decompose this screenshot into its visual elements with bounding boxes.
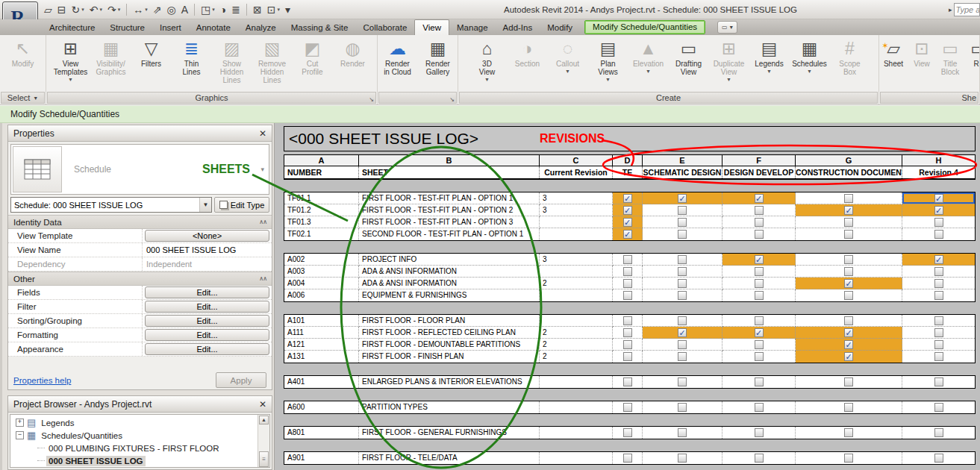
revision-checkbox[interactable] <box>934 316 943 325</box>
render-in-cloud-button[interactable]: ☁Render in Cloud <box>378 37 418 76</box>
cell-number[interactable]: A006 <box>284 289 359 301</box>
cell-revision-f[interactable]: ✓ <box>722 254 796 266</box>
revision-checkbox[interactable] <box>844 218 853 227</box>
cell-revision-h[interactable] <box>902 315 975 327</box>
revision-checkbox[interactable] <box>755 377 764 386</box>
tab-manage[interactable]: Manage <box>449 20 496 35</box>
revision-checkbox[interactable] <box>934 218 943 227</box>
cell-revision-e[interactable] <box>643 278 722 289</box>
revision-checkbox[interactable] <box>623 403 632 412</box>
revision-checkbox[interactable] <box>623 279 632 288</box>
revision-checkbox[interactable] <box>755 267 764 276</box>
cell-revision-d[interactable] <box>613 266 643 278</box>
save-button[interactable]: ⊟ <box>55 2 69 17</box>
revision-checkbox[interactable] <box>623 352 632 361</box>
cell-current-revision[interactable]: 2 <box>540 339 613 351</box>
revision-checkbox[interactable]: ✓ <box>934 194 943 203</box>
revision-checkbox[interactable] <box>678 230 687 239</box>
cell-revision-f[interactable] <box>722 216 796 228</box>
search-input[interactable]: Type a <box>954 3 980 16</box>
customize-qat-button[interactable]: ▾ <box>283 2 293 17</box>
cell-revision-h[interactable]: ✓ <box>902 204 975 216</box>
apply-button[interactable]: Apply <box>216 372 266 388</box>
chevron-down-icon[interactable]: ▼ <box>33 95 38 101</box>
cell-revision-e[interactable] <box>643 339 722 351</box>
revision-checkbox[interactable] <box>623 428 632 437</box>
cell-number[interactable]: A600 <box>284 401 359 413</box>
cell-revision-d[interactable] <box>613 327 643 339</box>
collapse-chevrons-icon[interactable]: ∧∧ <box>259 275 266 282</box>
chevron-down-icon[interactable]: ▾ <box>118 7 121 13</box>
cell-sheet-name[interactable]: FIRST FLOOR - GENERAL FURNISHINGS <box>359 427 540 439</box>
revision-checkbox[interactable] <box>755 403 764 412</box>
cell-current-revision[interactable]: 3 <box>540 254 613 266</box>
cell-sheet-name[interactable]: FIRST FLOOR - FINISH PLAN <box>359 351 540 363</box>
cell-current-revision[interactable] <box>540 427 613 439</box>
cell-number[interactable]: A003 <box>284 266 359 278</box>
cell-current-revision[interactable] <box>540 315 613 327</box>
cell-sheet-name[interactable]: ENLARGED PLANS & INTERIOR ELEVATIONS <box>359 376 540 388</box>
revision-checkbox[interactable] <box>934 454 943 463</box>
revision-checkbox[interactable]: ✓ <box>844 206 853 215</box>
schedule-title[interactable]: <000 SHEET ISSUE LOG> <box>284 126 976 151</box>
sheet-button[interactable]: ▱✶Sheet <box>879 37 908 68</box>
schedule-instance-combo[interactable]: Schedule: 000 SHEET ISSUE LOG ▼ <box>10 197 212 213</box>
tab-massing-site[interactable]: Massing & Site <box>284 20 356 35</box>
view-templates-button[interactable]: ⊞View Templates▼ <box>51 37 91 82</box>
cell-revision-d[interactable] <box>613 278 643 289</box>
revision-checkbox[interactable]: ✓ <box>623 230 632 239</box>
chevron-down-icon[interactable]: ▾ <box>100 7 103 13</box>
revision-checkbox[interactable] <box>623 255 632 264</box>
cell-revision-d[interactable] <box>613 452 643 464</box>
tab-add-ins[interactable]: Add-Ins <box>496 20 540 35</box>
column-header-construction-documents[interactable]: CONSTRUCTION DOCUMENTS <box>796 166 902 178</box>
cell-revision-e[interactable] <box>643 376 722 388</box>
cell-revision-d[interactable] <box>613 339 643 351</box>
chevron-down-icon[interactable]: ▾ <box>260 166 264 173</box>
revision-checkbox[interactable]: ✓ <box>755 328 764 337</box>
cell-revision-d[interactable] <box>613 351 643 363</box>
cell-revision-h[interactable] <box>902 266 975 278</box>
view-template-value-button[interactable]: <None> <box>145 230 269 242</box>
cell-revision-e[interactable] <box>643 266 722 278</box>
tab-architecture[interactable]: Architecture <box>42 20 102 35</box>
cell-sheet-name[interactable]: FIRST FLOOR - TEST-FIT PLAN - OPTION 1 <box>359 192 540 204</box>
cell-current-revision[interactable] <box>540 401 613 413</box>
cell-revision-g[interactable]: ✓ <box>796 327 902 339</box>
cell-revision-d[interactable]: ✓ <box>613 228 643 240</box>
cell-revision-f[interactable] <box>722 289 796 301</box>
revision-checkbox[interactable] <box>678 428 687 437</box>
cell-revision-f[interactable] <box>722 204 796 216</box>
cell-sheet-name[interactable]: FIRST FLOOR - TELE/DATA <box>359 452 540 464</box>
tab-annotate[interactable]: Annotate <box>189 20 238 35</box>
revision-checkbox[interactable] <box>844 267 853 276</box>
revision-checkbox[interactable] <box>678 340 687 349</box>
revision-checkbox[interactable] <box>678 267 687 276</box>
cell-number[interactable]: TF01.1 <box>284 192 359 204</box>
revision-checkbox[interactable] <box>755 454 764 463</box>
revision-checkbox[interactable] <box>755 291 764 300</box>
tab-view[interactable]: View <box>414 19 449 35</box>
cell-revision-f[interactable] <box>722 339 796 351</box>
cell-sheet-name[interactable]: SECOND FLOOR - TEST-FIT PLAN - OPTION 1 <box>359 228 540 240</box>
cell-revision-d[interactable] <box>613 289 643 301</box>
cell-revision-d[interactable]: ✓ <box>613 204 643 216</box>
revision-checkbox[interactable] <box>678 279 687 288</box>
cell-current-revision[interactable] <box>540 228 613 240</box>
cell-revision-e[interactable] <box>643 204 722 216</box>
revision-checkbox[interactable] <box>623 340 632 349</box>
cell-revision-e[interactable]: ✓ <box>643 327 722 339</box>
tab-modify-schedule-quantities[interactable]: Modify Schedule/Quantities <box>584 20 705 34</box>
revision-checkbox[interactable]: ✓ <box>755 194 764 203</box>
revision-checkbox[interactable]: ✓ <box>623 218 632 227</box>
revision-checkbox[interactable] <box>934 291 943 300</box>
cell-revision-g[interactable] <box>796 216 902 228</box>
revision-checkbox[interactable] <box>934 267 943 276</box>
cell-number[interactable]: A004 <box>284 278 359 289</box>
cell-revision-e[interactable] <box>643 351 722 363</box>
properties-header[interactable]: Properties ✕ <box>8 125 272 142</box>
column-letter-e[interactable]: E <box>643 155 722 166</box>
chevron-down-icon[interactable]: ▼ <box>199 198 211 212</box>
cell-number[interactable]: A111 <box>284 327 359 339</box>
cell-revision-f[interactable] <box>722 315 796 327</box>
